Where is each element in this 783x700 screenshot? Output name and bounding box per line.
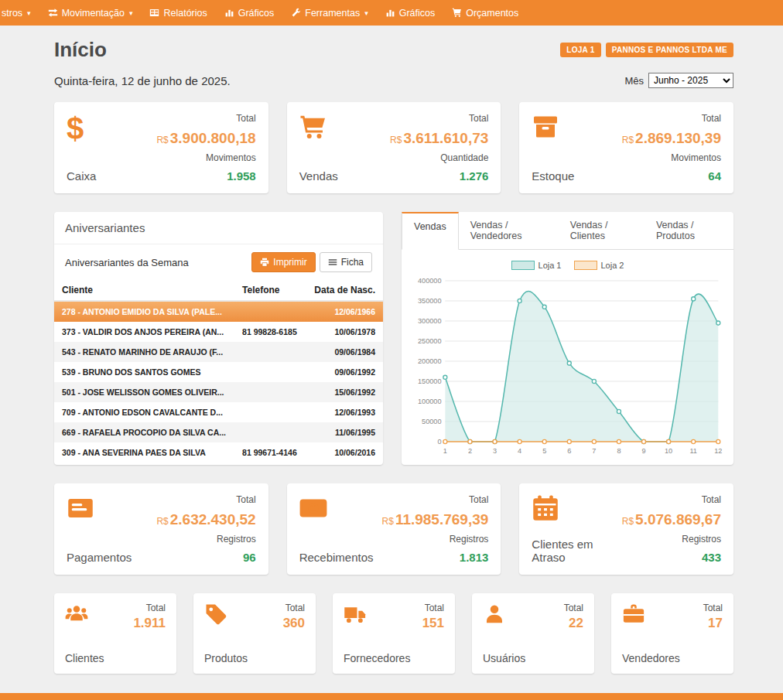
svg-text:2: 2 [468, 447, 472, 455]
total-value: 22 [564, 616, 583, 631]
birthday-row[interactable]: 278 - ANTONIO EMIDIO DA SILVA (PALE... 1… [54, 301, 383, 322]
date-cell: 09/06/1992 [306, 362, 383, 382]
mini-title: Vendedores [622, 652, 723, 664]
birthday-row[interactable]: 309 - ANA SEVERINA PAES DA SILVA 81 9967… [54, 442, 383, 463]
svg-text:9: 9 [641, 447, 645, 455]
legend-item: Loja 2 [574, 261, 624, 270]
svg-text:5: 5 [542, 447, 546, 455]
svg-text:4: 4 [518, 447, 521, 455]
chart-tabs: Vendas Vendas / Vendedores Vendas / Clie… [402, 212, 733, 250]
nav-label: Movimentação [62, 8, 125, 19]
svg-text:8: 8 [617, 447, 621, 455]
total-label: Total [390, 113, 488, 124]
nav-label: Orçamentos [466, 8, 518, 19]
nav-orcamentos[interactable]: Orçamentos [443, 0, 527, 26]
svg-text:0: 0 [437, 438, 441, 446]
total-label: Total [703, 603, 723, 613]
sales-area-chart: 0500001000001500002000002500003000003500… [411, 273, 724, 457]
month-filter: Mês Junho - 2025 [624, 73, 733, 88]
stat-card-recebimentos: Recebimentos Total R$11.985.769,39 Regis… [287, 483, 501, 575]
column-header: Cliente [54, 280, 234, 301]
stat-title: Estoque [532, 169, 574, 183]
truck-icon [344, 603, 367, 631]
total-label: Total [133, 603, 166, 613]
svg-text:250000: 250000 [418, 337, 442, 345]
total-label: Total [156, 494, 255, 505]
total-label: Total [564, 603, 583, 613]
birthday-row[interactable]: 501 - JOSE WELISSON GOMES OLIVEIR... 15/… [54, 382, 383, 402]
month-select[interactable]: Junho - 2025 [648, 73, 733, 88]
exchange-icon [48, 8, 58, 18]
birthday-row[interactable]: 543 - RENATO MARINHO DE ARAUJO (F... 09/… [54, 342, 383, 362]
svg-text:1: 1 [443, 447, 447, 455]
stat-title: Pagamentos [67, 551, 132, 564]
page-title: Início [54, 38, 107, 62]
nav-relatorios[interactable]: Relatórios [141, 0, 215, 26]
header-row: Início LOJA 1 PANNOS E PANNOS LTDA ME [54, 38, 733, 62]
client-cell: 373 - VALDIR DOS ANJOS PEREIRA (AN... [54, 322, 234, 342]
nav-graficos-2[interactable]: Gráficos [377, 0, 444, 26]
chevron-down-icon: ▾ [364, 9, 368, 17]
nav-graficos-1[interactable]: Gráficos [216, 0, 283, 26]
tab-vendas-clientes[interactable]: Vendas / Clientes [559, 212, 645, 249]
svg-text:7: 7 [592, 447, 596, 455]
total-value: 151 [422, 616, 444, 631]
mini-card-usuarios: Total 22 Usuários [472, 593, 594, 674]
birthdays-table: Cliente Telefone Data de Nasc. 278 - ANT… [54, 280, 383, 463]
tab-vendas-vendedores[interactable]: Vendas / Vendedores [459, 212, 559, 249]
total-value: R$3.900.800,18 [156, 130, 255, 147]
total-value: R$5.076.869,67 [622, 511, 721, 528]
mini-title: Usuários [483, 652, 583, 664]
user-icon [483, 603, 506, 631]
mini-title: Fornecedores [344, 652, 444, 664]
mini-cards-row: Total 1.911 Clientes Total 360 Produtos [54, 593, 733, 674]
stat-title: Vendas [299, 169, 338, 183]
legend-swatch [511, 261, 535, 270]
mini-card-fornecedores: Total 151 Fornecedores [333, 593, 455, 674]
calendar-icon [532, 494, 621, 527]
tab-vendas[interactable]: Vendas [402, 212, 459, 250]
count-value: 64 [622, 169, 721, 183]
birthday-row[interactable]: 539 - BRUNO DOS SANTOS GOMES 09/06/1992 [54, 362, 383, 382]
dollar-icon: $ [67, 113, 96, 145]
count-label: Movimentos [156, 152, 255, 163]
briefcase-icon [622, 603, 645, 631]
svg-text:400000: 400000 [418, 277, 442, 285]
tab-vendas-produtos[interactable]: Vendas / Produtos [645, 212, 733, 249]
count-value: 1.276 [390, 169, 488, 183]
nav-label: Relatórios [163, 8, 207, 19]
svg-text:350000: 350000 [418, 297, 442, 305]
company-badge: PANNOS E PANNOS LTDA ME [606, 43, 733, 57]
phone-cell: 81 99828-6185 [234, 322, 306, 342]
total-value: 1.911 [133, 616, 166, 631]
birthday-row[interactable]: 709 - ANTONIO EDSON CAVALCANTE D... 12/0… [54, 402, 383, 422]
client-cell: 501 - JOSE WELISSON GOMES OLIVEIR... [54, 382, 234, 402]
stats-row-1: $ Caixa Total R$3.900.800,18 Movimentos … [54, 102, 733, 193]
cart-icon [299, 113, 338, 145]
cart-icon [452, 8, 462, 18]
mini-title: Clientes [65, 652, 166, 664]
nav-cadastros[interactable]: stros ▾ [0, 0, 39, 26]
banknote-icon [299, 494, 374, 527]
nav-ferramentas[interactable]: Ferramentas ▾ [282, 0, 376, 26]
month-label: Mês [624, 75, 644, 87]
nav-movimentacao[interactable]: Movimentação ▾ [39, 0, 142, 26]
phone-cell [234, 342, 306, 362]
client-cell: 543 - RENATO MARINHO DE ARAUJO (F... [54, 342, 234, 362]
ficha-button[interactable]: Ficha [320, 252, 372, 272]
total-value: R$3.611.610,73 [390, 130, 488, 147]
print-button[interactable]: Imprimir [251, 252, 315, 272]
date-cell: 12/06/1966 [306, 301, 383, 322]
total-label: Total [422, 603, 444, 613]
birthdays-title: Aniversariantes [54, 212, 383, 244]
birthday-row[interactable]: 373 - VALDIR DOS ANJOS PEREIRA (AN... 81… [54, 322, 383, 342]
total-value: R$11.985.769,39 [382, 511, 489, 528]
client-cell: 309 - ANA SEVERINA PAES DA SILVA [54, 442, 234, 463]
column-header: Telefone [234, 280, 306, 301]
chart-body: Loja 1Loja 2 050000100000150000200000250… [402, 250, 733, 457]
birthday-row[interactable]: 669 - RAFAELA PROCOPIO DA SILVA CA... 11… [54, 422, 383, 442]
total-value: 360 [283, 616, 305, 631]
store-badge: LOJA 1 [560, 43, 600, 57]
table-icon [149, 8, 159, 18]
birthdays-panel: Aniversariantes Aniversariantes da Seman… [54, 212, 383, 465]
